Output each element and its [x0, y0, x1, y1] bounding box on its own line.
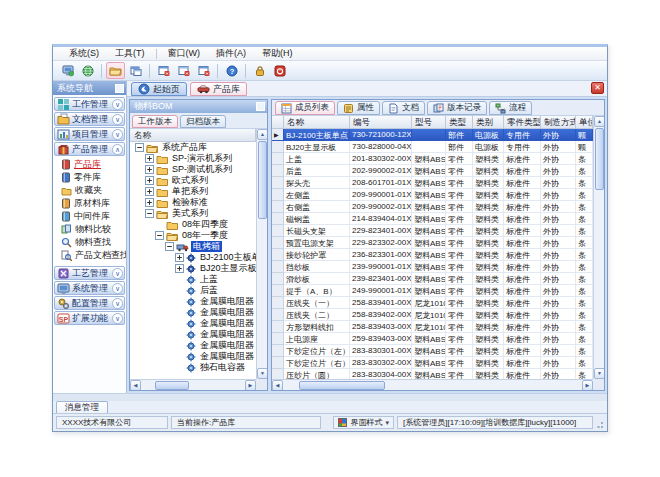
lock-button[interactable]	[250, 62, 269, 79]
table-row[interactable]: 压线夹（一）258-839401-00X尼龙1010零件塑料类标准件外协条	[272, 297, 593, 309]
sidebar-item-5[interactable]: 物料比较	[54, 223, 125, 236]
sidebar-item-2[interactable]: 收藏夹	[54, 184, 125, 197]
tree-node-6[interactable]: 美式系列	[130, 208, 256, 219]
tree-hscroll-thumb[interactable]	[155, 381, 189, 390]
tree-vertical-scrollbar[interactable]: ▲ ▼	[256, 129, 267, 379]
close-other-button[interactable]	[194, 62, 213, 79]
chevron-down-icon[interactable]: ∨	[112, 99, 123, 110]
table-row[interactable]: 左侧盖209-990001-01X塑料ABS零件塑料类标准件外协条	[272, 189, 593, 201]
menu-item-4[interactable]: 帮助(H)	[254, 47, 301, 60]
detail-tab-3[interactable]: 版本记录	[427, 101, 487, 115]
chevron-down-icon[interactable]: ∨	[112, 114, 123, 125]
doc-tab-0[interactable]: 起始页	[131, 82, 187, 96]
sidebar-group-3[interactable]: 产品管理∧	[54, 142, 125, 156]
table-row[interactable]: 压纱片（圆）283-830304-00X塑料ABS零件塑料类标准件外协条	[272, 369, 593, 379]
sidebar-group-4[interactable]: 工艺管理∨	[54, 266, 125, 280]
sidebar-group-7[interactable]: SP扩展功能∨	[54, 311, 125, 325]
help-button[interactable]: ?	[222, 62, 241, 79]
table-row[interactable]: 下纱定位片（右）283-830302-00X塑料ABS零件塑料类标准件外协条	[272, 357, 593, 369]
table-row[interactable]: 长磁头支架229-823401-00X塑料ABS零件塑料类标准件外协条	[272, 225, 593, 237]
table-row[interactable]: 探头壳208-601701-01X塑料ABS零件塑料类标准件外协条	[272, 177, 593, 189]
sidebar-group-1[interactable]: 文档管理∨	[54, 112, 125, 126]
chevron-down-icon[interactable]: ∨	[112, 129, 123, 140]
chevron-down-icon[interactable]: ∨	[112, 268, 123, 279]
grid-vscroll-thumb[interactable]	[595, 128, 604, 190]
menu-item-0[interactable]: 系统(S)	[61, 47, 107, 60]
table-row[interactable]: 磁钢盖214-839404-01X塑料ABS零件塑料类标准件外协条	[272, 213, 593, 225]
menu-item-2[interactable]: 窗口(W)	[160, 47, 209, 60]
grid-header-0[interactable]: 名称	[284, 116, 350, 129]
tree-horizontal-scrollbar[interactable]: ◀ ▶	[130, 379, 256, 390]
table-row[interactable]: 压线夹（二）258-839402-00X尼龙1010零件塑料类标准件外协条	[272, 309, 593, 321]
detail-tab-2[interactable]: 文档	[382, 101, 425, 115]
tree-node-11[interactable]: BJ20主显示板	[130, 263, 256, 274]
tree-node-20[interactable]: 独石电容器	[130, 362, 256, 373]
table-row[interactable]: 上电源座259-839403-00X塑料ABS零件塑料类标准件外协条	[272, 333, 593, 345]
table-row[interactable]: 提手（A、B）249-990001-01X塑料ABS零件塑料类标准件外协条	[272, 285, 593, 297]
tree-column-header[interactable]: 名称	[130, 129, 256, 142]
tree-node-19[interactable]: 金属膜电阻器	[130, 351, 256, 362]
doc-tab-1[interactable]: 产品库	[190, 82, 247, 96]
table-row[interactable]: BJ20主显示板730-828000-04X部件电源板专用件外协颗	[272, 141, 593, 153]
tree-node-13[interactable]: 后盖	[130, 285, 256, 296]
chevron-down-icon[interactable]: ∨	[112, 313, 123, 324]
sidebar-group-6[interactable]: 配置管理∨	[54, 296, 125, 310]
window-layout-button[interactable]	[126, 62, 145, 79]
sidebar-item-0[interactable]: 产品库	[54, 158, 125, 171]
tree-node-18[interactable]: 金属膜电阻器	[130, 340, 256, 351]
sidebar-item-3[interactable]: 原材料库	[54, 197, 125, 210]
tree-node-3[interactable]: 欧式系列	[130, 175, 256, 186]
scroll-left-arrow-icon[interactable]: ◀	[272, 380, 283, 391]
table-row[interactable]: 右侧盖209-990002-01X塑料ABS零件塑料类标准件外协条	[272, 201, 593, 213]
grid-header-7[interactable]: 单位	[576, 116, 593, 129]
sidebar-item-6[interactable]: 物料查找	[54, 236, 125, 249]
tree-node-9[interactable]: 电烤箱	[130, 241, 256, 252]
grid-header-1[interactable]: 编号	[350, 116, 412, 129]
table-row[interactable]: 上盖201-830302-00X塑料ABS零件塑料类标准件外协条	[272, 153, 593, 165]
tree-node-16[interactable]: 金属膜电阻器	[130, 318, 256, 329]
close-all-button[interactable]	[174, 62, 193, 79]
table-row[interactable]: 方形塑料线扣258-839403-00X尼龙1010零件塑料类标准件外协条	[272, 321, 593, 333]
sidebar-group-5[interactable]: 系统管理∨	[54, 281, 125, 295]
grid-header-4[interactable]: 类别	[473, 116, 504, 129]
tree-node-12[interactable]: 上盖	[130, 274, 256, 285]
close-tab-button[interactable]: ✕	[591, 82, 604, 94]
detail-tab-1[interactable]: 属性	[337, 101, 380, 115]
grid-vertical-scrollbar[interactable]: ▲ ▼	[593, 116, 604, 379]
sidebar-item-4[interactable]: 中间件库	[54, 210, 125, 223]
tree-node-17[interactable]: 金属膜电阻器	[130, 329, 256, 340]
grid-header-5[interactable]: 零件类型	[504, 116, 541, 129]
resize-grip[interactable]	[596, 416, 604, 429]
tree-node-15[interactable]: 金属膜电阻器	[130, 307, 256, 318]
sidebar-item-1[interactable]: 零件库	[54, 171, 125, 184]
tree-vscroll-thumb[interactable]	[258, 141, 267, 219]
sidebar-pin-button[interactable]	[115, 84, 124, 93]
scroll-right-arrow-icon[interactable]: ▶	[245, 380, 256, 391]
table-row[interactable]: 接纱轮护罩236-823301-00X塑料ABS零件塑料类标准件外协条	[272, 249, 593, 261]
detail-tab-4[interactable]: 流程	[489, 101, 532, 115]
scroll-down-arrow-icon[interactable]: ▼	[257, 368, 267, 379]
interface-style-button[interactable]: 界面样式	[333, 416, 394, 429]
grid-horizontal-scrollbar[interactable]: ◀ ▶	[272, 379, 593, 390]
tree-node-14[interactable]: 金属膜电阻器	[130, 296, 256, 307]
table-row[interactable]: BJ-2100主板单点730-721000-12X部件电源板专用件外协颗	[272, 129, 593, 141]
web-button[interactable]	[78, 62, 97, 79]
menu-item-1[interactable]: 工具(T)	[107, 47, 153, 60]
bom-panel-menu-button[interactable]	[256, 102, 265, 111]
folder-open-button[interactable]	[106, 62, 125, 79]
table-row[interactable]: 下纱定位片（左）283-830301-00X塑料ABS零件塑料类标准件外协条	[272, 345, 593, 357]
chevron-down-icon[interactable]: ∨	[112, 283, 123, 294]
chevron-down-icon[interactable]: ∨	[112, 298, 123, 309]
exit-button[interactable]	[270, 62, 289, 79]
chevron-up-icon[interactable]: ∧	[112, 144, 123, 155]
detail-tab-0[interactable]: 成员列表	[275, 101, 335, 115]
message-manager-tab[interactable]: 消息管理	[56, 401, 108, 413]
grid-hscroll-thumb[interactable]	[299, 381, 385, 390]
desktop-button[interactable]	[58, 62, 77, 79]
sidebar-group-2[interactable]: 项目管理∨	[54, 127, 125, 141]
tree-node-4[interactable]: 单把系列	[130, 186, 256, 197]
sidebar-group-0[interactable]: 工作管理∨	[54, 97, 125, 111]
close-doc-button[interactable]	[154, 62, 173, 79]
sidebar-item-7[interactable]: 产品文档查找	[54, 249, 125, 262]
tree-node-7[interactable]: 08年四季度	[130, 219, 256, 230]
